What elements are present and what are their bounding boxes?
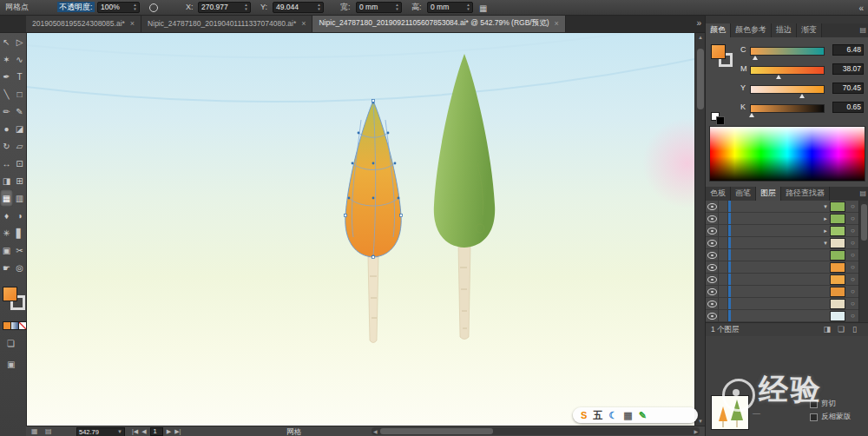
sogou-logo-icon[interactable]: S: [581, 410, 587, 420]
visibility-eye-icon[interactable]: [706, 310, 719, 321]
expand-triangle-icon[interactable]: ▾: [821, 240, 830, 247]
last-artboard-button[interactable]: ▶|: [174, 427, 181, 436]
scroll-left-icon[interactable]: ◀: [373, 428, 378, 434]
target-circle-icon[interactable]: ○: [848, 287, 858, 295]
target-circle-icon[interactable]: ○: [848, 227, 858, 235]
layer-name-area[interactable]: [731, 225, 821, 236]
expand-triangle-icon[interactable]: ▾: [821, 203, 830, 210]
yellow-value-input[interactable]: 70.45: [832, 83, 864, 94]
artboard-canvas[interactable]: [26, 33, 694, 426]
stepper-icon[interactable]: ▲▼: [465, 3, 471, 12]
symbol-sprayer-tool[interactable]: ✳: [0, 224, 13, 241]
lock-cell[interactable]: [719, 298, 728, 309]
visibility-eye-icon[interactable]: [706, 261, 719, 273]
rectangle-tool[interactable]: □: [13, 85, 26, 102]
direct-selection-tool[interactable]: ▷: [13, 33, 26, 50]
target-circle-icon[interactable]: ○: [848, 251, 858, 259]
paintbrush-tool[interactable]: ✏: [0, 102, 13, 120]
lock-cell[interactable]: [719, 274, 728, 285]
blob-brush-tool[interactable]: ●: [0, 120, 13, 137]
wubi-mode-icon[interactable]: 五: [593, 409, 602, 422]
visibility-eye-icon[interactable]: [706, 213, 719, 224]
black-swatch[interactable]: [716, 116, 725, 125]
layer-name-area[interactable]: [731, 213, 821, 224]
blend-tool[interactable]: ◑: [13, 207, 26, 224]
clip-option[interactable]: 剪切: [810, 399, 836, 409]
x-input[interactable]: 270.977▲▼: [198, 2, 251, 13]
height-input[interactable]: 0 mm▲▼: [427, 2, 473, 13]
workspace-icon[interactable]: ▦: [31, 427, 38, 435]
next-artboard-button[interactable]: ▶: [167, 427, 171, 436]
clip-checkbox[interactable]: [810, 400, 818, 408]
lock-cell[interactable]: [719, 249, 728, 261]
screen-mode-icon[interactable]: ▣: [7, 360, 15, 370]
column-graph-tool[interactable]: ▋: [13, 224, 26, 241]
scrollbar-thumb[interactable]: [861, 204, 867, 241]
stepper-icon[interactable]: ▲▼: [316, 3, 322, 12]
prev-artboard-button[interactable]: ◀: [141, 427, 146, 436]
slider-thumb-icon[interactable]: [749, 113, 754, 117]
layers-scrollbar[interactable]: [858, 201, 868, 322]
artboard-number-select[interactable]: 1: [150, 427, 163, 436]
zoom-tool[interactable]: ◎: [13, 259, 26, 276]
lasso-tool[interactable]: ∿: [13, 50, 26, 68]
document-tab[interactable]: Nipic_24787180_20190401111337074080.ai* …: [141, 15, 312, 32]
scale-tool[interactable]: ▱: [13, 137, 26, 155]
layer-row[interactable]: ▸○: [706, 225, 868, 237]
selection-tool[interactable]: ↖: [0, 33, 13, 50]
panel-menu-icon[interactable]: ▤: [859, 23, 868, 37]
moon-icon[interactable]: ☾: [608, 410, 617, 421]
tab-stroke[interactable]: 描边: [772, 23, 797, 37]
appearance-style-icon[interactable]: [149, 3, 158, 12]
layer-row[interactable]: ○: [706, 310, 868, 322]
tab-brushes[interactable]: 画笔: [731, 187, 756, 201]
layer-row[interactable]: ○: [706, 286, 868, 298]
slider-thumb-icon[interactable]: [799, 94, 805, 98]
document-tab[interactable]: 20190508195524308085.ai* ×: [26, 15, 141, 32]
fill-color-swatch[interactable]: [3, 287, 17, 301]
zoom-level-select[interactable]: 542.79▼: [76, 427, 125, 436]
layer-row[interactable]: ▾○: [706, 237, 868, 249]
scrollbar-thumb[interactable]: [380, 428, 493, 434]
eraser-tool[interactable]: ◪: [13, 120, 26, 137]
layer-row[interactable]: ○: [706, 298, 868, 310]
fill-color-swatch[interactable]: [711, 44, 726, 59]
tab-color-guide[interactable]: 颜色参考: [731, 23, 772, 37]
width-tool[interactable]: ↔: [0, 155, 13, 172]
stepper-icon[interactable]: ▲▼: [243, 3, 249, 12]
black-slider-track[interactable]: [750, 104, 825, 113]
transform-icon[interactable]: ▦: [479, 2, 487, 16]
layer-row[interactable]: ○: [706, 249, 868, 261]
tab-swatches[interactable]: 色板: [706, 187, 731, 201]
lock-cell[interactable]: [719, 213, 728, 224]
perspective-grid-tool[interactable]: ⊞: [13, 172, 26, 189]
target-circle-icon[interactable]: ○: [848, 263, 858, 271]
slider-thumb-icon[interactable]: [753, 56, 758, 60]
yellow-slider-track[interactable]: [750, 85, 825, 94]
layer-row[interactable]: ▸○: [706, 213, 868, 225]
magenta-slider-track[interactable]: [750, 66, 825, 75]
y-input[interactable]: 49.044▲▼: [273, 2, 324, 13]
layer-name-area[interactable]: [731, 274, 821, 285]
target-circle-icon[interactable]: ○: [848, 239, 858, 247]
gradient-tool[interactable]: ▥: [13, 189, 26, 207]
workspace-icon[interactable]: ▤: [45, 427, 52, 435]
layer-row[interactable]: ○: [706, 274, 868, 286]
none-mode-button[interactable]: [18, 321, 27, 330]
visibility-eye-icon[interactable]: [706, 225, 719, 236]
pen-tool[interactable]: ✒: [0, 68, 13, 85]
lock-cell[interactable]: [719, 261, 728, 273]
visibility-eye-icon[interactable]: [706, 298, 719, 309]
cyan-value-input[interactable]: 6.48: [832, 44, 864, 56]
ime-toolbar[interactable]: S五☾▦✎: [573, 407, 698, 423]
tab-gradient[interactable]: 渐变: [797, 23, 822, 37]
tab-layers[interactable]: 图层: [756, 187, 781, 201]
color-spectrum-ramp[interactable]: [709, 126, 865, 182]
slider-thumb-icon[interactable]: [776, 75, 781, 79]
invert-mask-option[interactable]: 反相蒙版: [810, 412, 851, 422]
target-circle-icon[interactable]: ○: [848, 202, 858, 210]
layer-name-area[interactable]: [731, 286, 821, 297]
eyedropper-tool[interactable]: ♦: [0, 207, 13, 224]
lock-cell[interactable]: [719, 237, 728, 248]
tab-overflow-icon[interactable]: »: [696, 15, 705, 32]
